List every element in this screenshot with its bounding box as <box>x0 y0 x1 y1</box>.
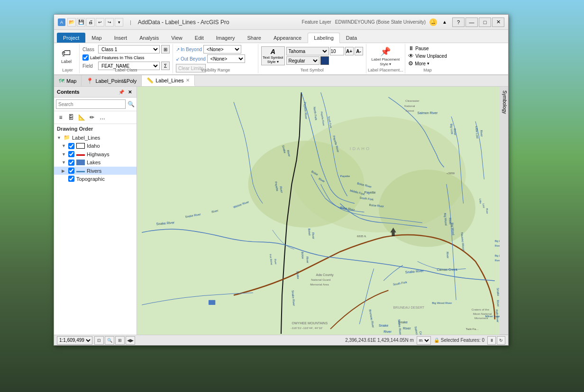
rivers-check[interactable] <box>68 168 74 174</box>
label-features-checkbox[interactable] <box>82 54 89 61</box>
symb-tab[interactable]: Symbology <box>501 87 508 335</box>
idaho-check[interactable] <box>68 143 74 149</box>
expand-rivers[interactable]: ▶ <box>62 169 66 173</box>
layer-highways[interactable]: ▼ Highways <box>54 150 137 158</box>
expand-lakes[interactable]: ▼ <box>62 160 66 165</box>
font-select[interactable]: Tahoma <box>286 47 329 55</box>
tab-project[interactable]: Project <box>57 33 85 43</box>
idaho-symbol <box>76 143 85 149</box>
tab-appearance[interactable]: Appearance <box>267 33 308 43</box>
notification-icon[interactable]: 🔔 <box>429 18 437 26</box>
layer-rivers[interactable]: ▶ Rivers <box>54 167 137 175</box>
save-icon[interactable]: 💾 <box>77 18 85 27</box>
font-size-input[interactable] <box>330 47 344 55</box>
status-right: 2,396,243.61E 1,429,144.05N m m 🔒 Select… <box>345 336 505 345</box>
owyhee-coords: -116°31'–116°44', 44°10' <box>291 326 322 330</box>
highways-symbol <box>76 154 85 156</box>
expand-highways[interactable]: ▼ <box>62 152 66 157</box>
doc-tab-labelpoint[interactable]: 📍 Label_Point&Poly <box>82 75 142 86</box>
refresh-btn[interactable]: ↻ <box>497 336 505 345</box>
outbeyond-btn[interactable]: ↙ Out Beyond <box>176 56 206 62</box>
tab-data[interactable]: Data <box>340 33 363 43</box>
by-reference-icon[interactable]: 📐 <box>77 113 86 122</box>
label-features-label: Label Features In This Class <box>90 55 144 60</box>
font-bigger-btn[interactable]: A+ <box>345 47 354 55</box>
pause-status-btn[interactable]: ⏸ <box>487 336 496 345</box>
tab-analysis[interactable]: Analysis <box>133 33 165 43</box>
inbeyond-select[interactable]: <None> <box>203 45 241 53</box>
font-form: Tahoma A+ A- Regular <box>286 47 363 65</box>
label-placement-btn[interactable]: 📌 Label Placement Style ▾ <box>369 45 402 68</box>
edit-icon[interactable]: ✏ <box>87 113 97 122</box>
minimize-button[interactable]: — <box>465 18 478 27</box>
fit-extent-btn[interactable]: ⊡ <box>94 336 104 345</box>
drawing-order-label: Drawing Order <box>54 124 137 134</box>
font-style-select[interactable]: Regular <box>286 56 319 65</box>
labelclass-group-label: Label Class <box>80 68 173 72</box>
font-smaller-btn[interactable]: A- <box>355 47 363 55</box>
tab-labeling[interactable]: Labeling <box>308 33 340 43</box>
zoom-in-btn[interactable]: 🔍 <box>105 336 114 345</box>
class-select[interactable]: Class 1 <box>98 45 160 53</box>
redo-icon[interactable]: ↪ <box>105 18 114 27</box>
coord-system-select[interactable]: m <box>417 336 431 345</box>
draw-order-icon[interactable]: ≡ <box>56 113 65 122</box>
highways-check[interactable] <box>68 151 74 157</box>
expand-label-lines[interactable]: ▼ <box>57 135 62 140</box>
nav-btn[interactable]: ◀▶ <box>126 336 135 345</box>
customize-icon[interactable]: ▾ <box>115 18 123 27</box>
text-symbol-style-btn[interactable]: A Text Symbol Style ▾ <box>261 46 285 65</box>
scale-select[interactable]: 1:1,609,499 <box>57 336 92 345</box>
rivers-symbol <box>76 171 85 172</box>
class-add-icon[interactable]: ⊞ <box>161 45 170 53</box>
pause-btn[interactable]: ⏸ Pause <box>408 45 447 52</box>
tab-insert[interactable]: Insert <box>108 33 134 43</box>
tab-view[interactable]: View <box>165 33 189 43</box>
undo-icon[interactable]: ↩ <box>96 18 104 27</box>
more-btn[interactable]: ⚙ More ▾ <box>408 60 447 67</box>
help-button[interactable]: ? <box>452 18 465 27</box>
panel-close-btn[interactable]: ✕ <box>126 88 134 96</box>
label-button[interactable]: 🏷 Label <box>59 46 74 65</box>
panel-pin-btn[interactable]: 📌 <box>118 88 125 96</box>
lakes-check[interactable] <box>68 160 74 166</box>
layer-idaho[interactable]: ▼ Idaho <box>54 142 137 150</box>
labellines-tab-close[interactable]: ✕ <box>186 78 190 83</box>
topographic-check[interactable] <box>68 176 74 182</box>
textsymbol-group-label: Text Symbol <box>258 68 366 72</box>
print-icon[interactable]: 🖨 <box>86 18 95 27</box>
maximize-button[interactable]: □ <box>479 18 491 27</box>
close-button[interactable]: ✕ <box>492 18 504 27</box>
title-bar-left: A 📂 💾 🖨 ↩ ↪ ▾ | AddData - Label_Lines - … <box>58 18 229 27</box>
clearwater-nf-label-2: National <box>404 104 415 107</box>
contents-title: Contents <box>57 89 80 95</box>
layer-topographic[interactable]: Topographic <box>54 175 137 183</box>
table-btn[interactable]: ⊞ <box>115 336 125 345</box>
by-source-icon[interactable]: 🗄 <box>66 113 76 122</box>
tab-imagery[interactable]: Imagery <box>210 33 241 43</box>
search-input[interactable] <box>56 99 126 109</box>
user-label: EDWINDEYOUNG (Boise State University) <box>335 19 426 25</box>
map-area[interactable]: Snake River Snake River River Weiser Riv… <box>137 87 500 335</box>
font-color-swatch[interactable] <box>320 56 329 65</box>
expand-idaho[interactable]: ▼ <box>62 143 66 148</box>
layer-lakes[interactable]: ▼ Lakes <box>54 158 137 167</box>
inbeyond-btn[interactable]: ↗ In Beyond <box>176 47 202 52</box>
view-unplaced-btn[interactable]: 👁 View Unplaced <box>408 53 447 59</box>
layer-label-lines[interactable]: ▼ 📁 Label_Lines <box>54 134 137 142</box>
river-label-little: River <box>485 208 489 214</box>
payette-lower-label: Payette <box>364 191 375 195</box>
craters-label: Craters of the <box>472 308 490 311</box>
open-icon[interactable]: 📂 <box>67 18 76 27</box>
expand-icon[interactable]: ▲ <box>441 18 448 26</box>
tab-share[interactable]: Share <box>241 33 267 43</box>
more-label: More <box>415 61 426 66</box>
more-icon[interactable]: … <box>98 113 107 122</box>
textstyle-row: A Text Symbol Style ▾ Tahoma A+ <box>261 46 363 65</box>
search-icon[interactable]: 🔍 <box>128 101 135 107</box>
tab-map[interactable]: Map <box>85 33 108 43</box>
outbeyond-select[interactable]: <None> <box>207 54 245 63</box>
doc-tab-map[interactable]: 🗺 Map <box>54 75 82 86</box>
tab-edit[interactable]: Edit <box>189 33 210 43</box>
snake-lower-4: River <box>403 327 411 330</box>
